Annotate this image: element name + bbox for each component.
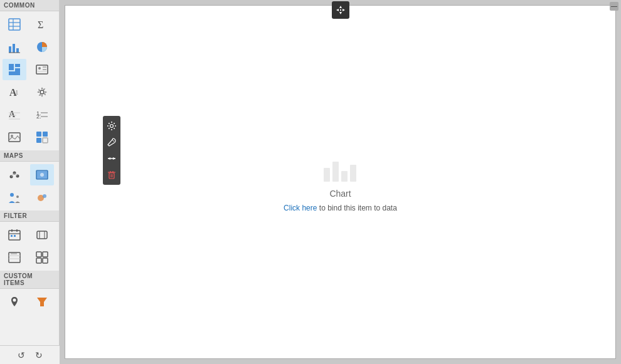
sidebar-item-bar-chart[interactable] <box>3 36 26 58</box>
svg-rect-63 <box>36 258 41 263</box>
text2-icon: A <box>8 108 21 122</box>
svg-rect-35 <box>43 138 48 143</box>
svg-point-43 <box>40 173 44 177</box>
svg-rect-91 <box>324 168 330 182</box>
svg-rect-13 <box>9 71 20 75</box>
svg-rect-54 <box>37 231 47 239</box>
svg-point-44 <box>10 193 14 197</box>
svg-point-79 <box>114 123 115 124</box>
chart-placeholder: Chart Click here to bind this item to da… <box>284 152 397 212</box>
svg-point-47 <box>43 194 46 198</box>
move-icon <box>335 4 346 16</box>
number-icon: 1. 2. <box>35 108 49 122</box>
bind-text-suffix: to bind this item to data <box>317 204 396 212</box>
sidebar-item-filter-calendar[interactable] <box>3 224 26 246</box>
sidebar-item-filter-list[interactable] <box>3 247 26 268</box>
bar-chart-icon <box>8 40 21 54</box>
sum-icon: Σ <box>35 18 49 31</box>
svg-point-78 <box>114 128 115 129</box>
layout-icon <box>8 63 21 76</box>
sidebar-item-map-area[interactable] <box>30 164 54 185</box>
gear-icon <box>35 85 49 99</box>
svg-point-80 <box>109 128 110 129</box>
image-table-icon <box>35 63 49 76</box>
chart-bind-message: Click here to bind this item to data <box>284 204 397 212</box>
svg-rect-32 <box>36 132 41 137</box>
svg-rect-34 <box>36 138 41 143</box>
sidebar-item-image-table[interactable] <box>30 59 54 80</box>
sidebar-item-map-people[interactable] <box>3 187 26 208</box>
click-here-link[interactable]: Click here <box>284 204 317 212</box>
svg-marker-70 <box>342 9 345 11</box>
svg-rect-61 <box>36 252 41 257</box>
bottom-bar: ↺ ↻ <box>0 345 60 364</box>
sidebar-item-settings[interactable] <box>30 81 54 103</box>
svg-text:1: 1 <box>15 88 19 96</box>
sidebar-item-text[interactable]: A 1 <box>3 81 26 103</box>
filter-grid <box>0 222 59 271</box>
delete-button[interactable] <box>104 167 119 182</box>
svg-rect-64 <box>43 258 48 263</box>
svg-rect-6 <box>13 44 15 53</box>
sidebar-item-layout[interactable] <box>3 59 26 80</box>
move-button[interactable] <box>104 151 119 166</box>
undo-button[interactable]: ↺ <box>15 349 28 361</box>
svg-text:Σ: Σ <box>38 19 43 30</box>
svg-marker-69 <box>336 9 339 11</box>
context-toolbar <box>103 116 120 185</box>
svg-rect-33 <box>43 132 48 137</box>
multi-filter-icon <box>35 251 49 264</box>
svg-rect-71 <box>340 9 341 11</box>
sidebar-item-filter-box[interactable] <box>30 224 54 246</box>
sidebar-item-funnel[interactable] <box>30 291 54 313</box>
photo-icon <box>8 130 21 144</box>
box-filter-icon <box>35 228 49 242</box>
trash-icon <box>107 170 117 180</box>
svg-point-65 <box>13 299 16 302</box>
svg-point-73 <box>111 122 112 123</box>
sidebar-item-multiselect[interactable] <box>30 127 54 148</box>
sidebar-item-filter-multi[interactable] <box>30 247 54 268</box>
svg-rect-53 <box>14 235 16 237</box>
svg-rect-92 <box>332 162 339 182</box>
section-label-common: COMMON <box>0 0 59 11</box>
svg-point-15 <box>38 67 41 70</box>
sidebar-item-photo[interactable] <box>3 127 26 148</box>
sidebar-item-map-dots[interactable] <box>3 164 26 185</box>
edit-button[interactable] <box>104 135 119 150</box>
section-label-maps: MAPS <box>0 150 59 162</box>
svg-point-74 <box>111 129 112 130</box>
svg-rect-93 <box>341 171 348 182</box>
table-icon <box>8 18 21 31</box>
svg-rect-10 <box>9 64 14 70</box>
area-map-icon <box>35 168 49 182</box>
sidebar-item-pie-chart[interactable] <box>30 36 54 58</box>
svg-marker-83 <box>113 157 115 160</box>
sidebar-item-number[interactable]: 1. 2. <box>30 104 54 125</box>
svg-rect-52 <box>11 235 13 237</box>
wrench-icon <box>107 137 117 147</box>
list-filter-icon <box>8 251 21 264</box>
sidebar-item-table[interactable] <box>3 14 26 35</box>
configure-button[interactable] <box>104 118 119 133</box>
common-grid: Σ <box>0 11 59 150</box>
minimize-button[interactable]: — <box>610 2 618 11</box>
svg-rect-7 <box>16 48 19 53</box>
pin-icon <box>8 295 21 309</box>
svg-rect-85 <box>109 173 114 179</box>
svg-line-39 <box>11 173 14 177</box>
svg-marker-84 <box>108 157 110 160</box>
svg-rect-0 <box>9 19 20 30</box>
svg-line-81 <box>112 140 114 142</box>
redo-button[interactable]: ↻ <box>33 349 45 361</box>
sidebar-item-map-bubble[interactable] <box>30 187 54 208</box>
move-handle[interactable] <box>332 1 349 19</box>
svg-rect-11 <box>15 64 20 67</box>
sidebar-item-pin[interactable] <box>3 291 26 313</box>
sidebar-item-sum[interactable]: Σ <box>30 14 54 35</box>
svg-rect-12 <box>15 68 20 71</box>
canvas-area: Chart Click here to bind this item to da… <box>65 5 616 359</box>
sidebar-item-text2[interactable]: A <box>3 104 26 125</box>
custom-grid <box>0 289 59 315</box>
main-area: Chart Click here to bind this item to da… <box>60 0 621 364</box>
